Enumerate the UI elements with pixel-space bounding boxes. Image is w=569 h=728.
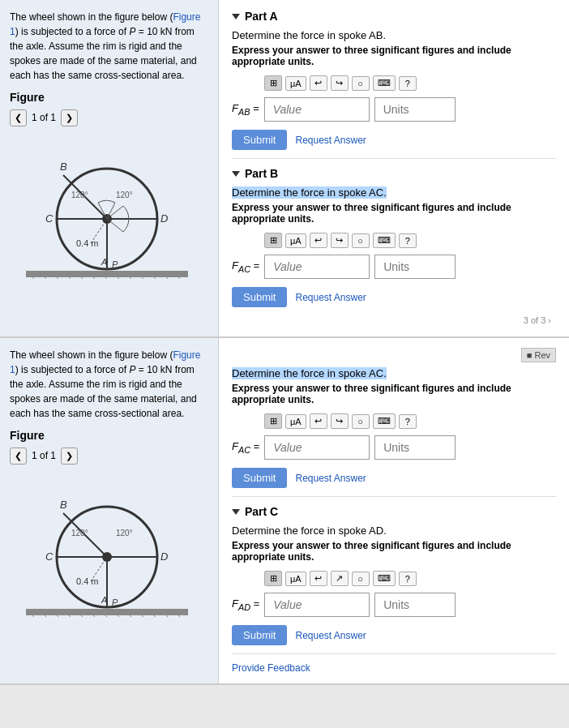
part-c-mu-btn[interactable]: μΑ [285,572,306,586]
figure-nav-2: ❮ 1 of 1 ❯ [10,448,208,465]
part-b-request-link-2[interactable]: Request Answer [295,473,366,484]
part-c-title: Part C [245,505,278,518]
part-c-help-btn[interactable]: ? [399,572,417,586]
part-c-input-row: FAD = [232,593,556,617]
svg-text:C: C [45,212,53,225]
part-b-help-btn[interactable]: ? [399,233,417,248]
part-b-submit-btn[interactable]: Submit [232,287,287,307]
part-b-redo-btn[interactable]: ↪ [331,233,349,248]
part-c-button-row: Submit Request Answer [232,625,556,645]
svg-line-28 [91,219,107,243]
part-a-input-row: FAB = [232,97,556,122]
svg-text:P: P [112,259,118,269]
svg-text:D: D [160,212,168,225]
part-a-undo-btn[interactable]: ↩ [310,75,327,91]
part-b-help-btn-2[interactable]: ? [399,414,417,429]
part-b-button-row: Submit Request Answer [232,287,556,307]
part-a-toggle[interactable] [232,14,240,19]
figure-page-2: 1 of 1 [32,448,56,463]
svg-text:120°: 120° [116,191,133,199]
part-b-value-input-2[interactable] [264,435,370,460]
part-a-question: Determine the force in spoke AB. [232,29,556,41]
prev-figure-btn[interactable]: ❮ [10,109,27,126]
part-c-undo-btn[interactable]: ↩ [310,571,327,586]
part-a-help-btn[interactable]: ? [399,76,417,91]
part-b-toolbar-2: ⊞ μΑ ↩ ↪ ○ ⌨ ? [264,413,556,429]
part-b-submit-btn-2[interactable]: Submit [232,468,287,488]
part-a-value-input[interactable] [264,97,370,122]
svg-text:0.4 m: 0.4 m [76,576,99,586]
svg-text:A: A [101,595,107,605]
wheel-diagram-2: B C D A P 120° 120° 0.4 m [10,469,208,636]
part-b-eq-label-2: FAC = [232,440,259,455]
part-b-undo-btn-2[interactable]: ↩ [310,413,327,429]
part-c-reset-btn[interactable]: ○ [352,572,370,586]
part-a-submit-btn[interactable]: Submit [232,130,287,150]
svg-text:A: A [101,257,107,267]
part-a-box-icon[interactable]: ⊞ [264,75,282,91]
part-a-reset-btn[interactable]: ○ [352,76,370,91]
part-a-header: Part A [232,10,556,23]
part-b-units-input[interactable] [374,255,456,279]
part-b-eq-label: FAC = [232,259,259,274]
left-description-panel-2: The wheel shown in the figure below (Fig… [0,338,219,683]
part-b-reset-btn[interactable]: ○ [352,233,370,248]
part-a-instruction: Express your answer to three significant… [232,45,556,67]
figure-label: Figure [10,89,208,106]
part-c-submit-btn[interactable]: Submit [232,625,287,645]
part-b-units-input-2[interactable] [374,435,456,460]
part-a-mu-btn[interactable]: μΑ [285,76,306,91]
prev-figure-btn-2[interactable]: ❮ [10,448,27,465]
part-c-units-input[interactable] [374,593,456,617]
part-b-mu-btn[interactable]: μΑ [285,233,306,248]
figure-link-2[interactable]: Figure 1 [10,349,200,375]
part-c-toolbar: ⊞ μΑ ↩ ↗ ○ ⌨ ? [264,571,556,586]
svg-text:C: C [45,550,53,563]
part-b-toggle[interactable] [232,171,240,177]
next-figure-btn-2[interactable]: ❯ [61,448,78,465]
part-a-button-row: Submit Request Answer [232,130,556,150]
part-c-value-input[interactable] [264,593,370,617]
part-b-box-icon[interactable]: ⊞ [264,233,282,248]
part-b-undo-btn[interactable]: ↩ [310,233,327,248]
svg-rect-29 [26,609,188,615]
part-a-eq-label: FAB = [232,102,259,117]
provide-feedback-link[interactable]: Provide Feedback [232,662,556,674]
part-b-mu-btn-2[interactable]: μΑ [285,414,306,429]
rev-button[interactable]: ■ Rev [521,348,556,362]
part-a-title: Part A [245,10,278,23]
part-b-button-row-2: Submit Request Answer [232,468,556,488]
part-b-question-2: Determine the force in spoke AC. [232,367,556,379]
part-b-box-icon-2[interactable]: ⊞ [264,413,282,429]
part-b-input-row: FAC = [232,255,556,279]
part-a-keyboard-btn[interactable]: ⌨ [373,75,396,91]
part-c-toggle[interactable] [232,509,240,515]
part-c-request-link[interactable]: Request Answer [295,630,366,641]
part-b-redo-btn-2[interactable]: ↪ [331,413,349,429]
part-c-redo-btn[interactable]: ↗ [331,571,349,586]
svg-text:120°: 120° [116,529,133,537]
right-content-panel-2: ■ Rev Determine the force in spoke AC. E… [219,338,569,683]
part-b-header: Part B [232,167,556,180]
figure-link[interactable]: Figure 1 [10,11,200,37]
part-b-request-link[interactable]: Request Answer [295,292,366,303]
next-figure-btn[interactable]: ❯ [61,109,78,126]
part-b-reset-btn-2[interactable]: ○ [352,414,370,429]
part-b-keyboard-btn[interactable]: ⌨ [373,233,396,248]
part-b-value-input[interactable] [264,255,370,279]
part-b-input-row-2: FAC = [232,435,556,460]
svg-text:D: D [160,550,168,563]
part-a-toolbar: ⊞ μΑ ↩ ↪ ○ ⌨ ? [264,75,556,91]
part-a-redo-btn[interactable]: ↪ [331,75,349,91]
part-a-request-link[interactable]: Request Answer [295,135,366,146]
right-content-panel: Part A Determine the force in spoke AB. … [219,0,569,336]
part-c-keyboard-btn[interactable]: ⌨ [373,571,396,586]
part-a-units-input[interactable] [374,97,456,122]
part-b-keyboard-btn-2[interactable]: ⌨ [373,413,396,429]
part-b-instruction: Express your answer to three significant… [232,202,556,225]
svg-text:0.4 m: 0.4 m [76,238,99,248]
part-c-box-icon[interactable]: ⊞ [264,571,282,586]
figure-page: 1 of 1 [32,110,56,125]
part-b-title: Part B [245,167,278,180]
svg-text:120°: 120° [71,529,88,537]
